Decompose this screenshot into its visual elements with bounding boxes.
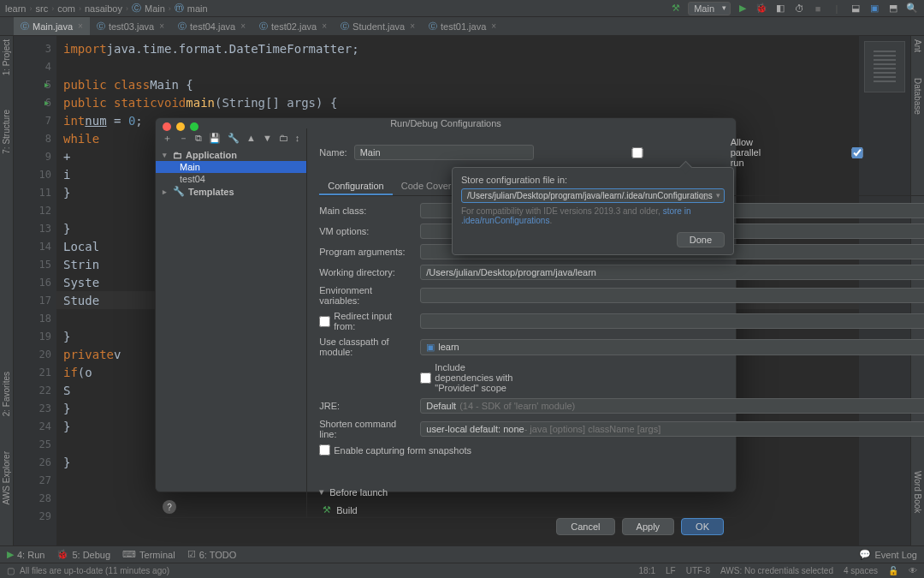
tool-todo[interactable]: ☑6: TODO: [187, 549, 237, 560]
tab-test04[interactable]: Ⓒtest04.java×: [171, 17, 252, 35]
tool-favorites[interactable]: 2: Favorites: [2, 372, 11, 416]
snapshots-checkbox[interactable]: Enable capturing form snapshots: [319, 444, 924, 456]
down-icon[interactable]: ▼: [263, 133, 272, 143]
redirect-input-field: [420, 313, 924, 329]
tree-templates[interactable]: ▸🔧Templates: [156, 185, 306, 198]
status-toggle-icon[interactable]: ▢: [7, 566, 15, 575]
apply-button[interactable]: Apply: [622, 518, 675, 535]
window-controls: [163, 122, 198, 131]
cancel-button[interactable]: Cancel: [556, 518, 614, 535]
vm-options-label: VM options:: [319, 226, 413, 236]
search-icon[interactable]: 🔍: [905, 2, 919, 15]
inspection-icon[interactable]: 👁: [909, 566, 917, 575]
run-config-selector[interactable]: Main: [688, 2, 731, 15]
tool-aws[interactable]: AWS Explorer: [2, 451, 11, 504]
folder-icon[interactable]: 🗀: [279, 133, 288, 143]
zoom-window-icon[interactable]: [190, 122, 198, 131]
breadcrumb[interactable]: learn› src› com› nasaiboy› ⒸMain› ⓜmain: [5, 2, 669, 15]
shorten-select[interactable]: user-local default: none - java [options…: [420, 421, 924, 437]
minimize-window-icon[interactable]: [176, 122, 185, 131]
debug-icon[interactable]: 🐞: [755, 2, 768, 15]
store-config-popover: Store configuration file in: /Users/juli…: [452, 167, 734, 255]
tab-test01[interactable]: Ⓒtest01.java×: [422, 17, 503, 35]
env-vars-input[interactable]: [420, 288, 924, 303]
crumb[interactable]: src: [35, 3, 48, 14]
close-icon[interactable]: ×: [78, 21, 83, 31]
tab-test03[interactable]: Ⓒtest03.java×: [90, 17, 171, 35]
coverage-icon[interactable]: ◧: [773, 2, 787, 15]
close-icon[interactable]: ×: [491, 21, 496, 31]
up-icon[interactable]: ▲: [246, 133, 256, 143]
tool-terminal[interactable]: ⌨Terminal: [122, 549, 175, 560]
tab-student[interactable]: ⒸStudent.java×: [334, 17, 422, 35]
before-launch-build[interactable]: ⚒Build: [319, 503, 924, 517]
run-icon[interactable]: ▶: [736, 2, 749, 15]
tab-main[interactable]: ⒸMain.java×: [14, 17, 90, 35]
crumb[interactable]: nasaiboy: [85, 3, 122, 14]
stop-icon[interactable]: ■: [811, 2, 825, 15]
crumb[interactable]: main: [187, 3, 208, 14]
git-commit-icon[interactable]: ▣: [868, 2, 881, 15]
crumb[interactable]: com: [57, 3, 75, 14]
tab-coverage[interactable]: Code Cover: [393, 178, 460, 195]
encoding[interactable]: UTF-8: [686, 566, 710, 575]
crumb[interactable]: Main: [145, 3, 165, 14]
crumb[interactable]: learn: [5, 3, 26, 14]
lock-icon[interactable]: 🔓: [888, 566, 898, 575]
git-update-icon[interactable]: ⬓: [849, 2, 862, 15]
collapse-icon[interactable]: ▾: [319, 486, 324, 498]
close-icon[interactable]: ×: [410, 21, 415, 31]
close-icon[interactable]: ×: [240, 21, 246, 31]
browse-icon[interactable]: 🗀: [700, 192, 708, 201]
tree-test04[interactable]: test04: [156, 173, 306, 185]
tool-project[interactable]: 1: Project: [2, 39, 11, 75]
ok-button[interactable]: OK: [681, 518, 724, 535]
save-config-icon[interactable]: 💾: [209, 133, 221, 144]
tree-main[interactable]: Main: [156, 161, 306, 173]
tree-application[interactable]: ▾🗀Application: [156, 149, 306, 161]
close-icon[interactable]: ×: [322, 21, 327, 31]
tool-eventlog[interactable]: 💬Event Log: [859, 549, 917, 560]
dialog-titlebar[interactable]: Run/Debug Configurations: [156, 118, 736, 128]
before-launch-section: ▾Before launch ⚒Build: [319, 486, 924, 517]
redirect-input-checkbox[interactable]: Redirect input from:: [319, 311, 413, 331]
name-input[interactable]: [354, 145, 534, 160]
allow-parallel-checkbox[interactable]: Allow parallel run: [548, 137, 761, 168]
expand-icon[interactable]: ↕: [295, 133, 300, 143]
tool-debug[interactable]: 🐞5: Debug: [56, 549, 110, 560]
store-project-checkbox[interactable]: Store as project file: [767, 132, 924, 173]
classpath-select[interactable]: ▣learn: [420, 339, 924, 355]
edit-config-icon[interactable]: 🔧: [228, 133, 240, 144]
copy-config-icon[interactable]: ⧉: [195, 133, 202, 144]
tool-run[interactable]: ▶4: Run: [7, 549, 44, 560]
aws-status[interactable]: AWS: No credentials selected: [720, 566, 833, 575]
line-ending[interactable]: LF: [666, 566, 676, 575]
working-dir-label: Working directory:: [319, 267, 413, 277]
jre-select[interactable]: Default(14 - SDK of 'learn' module): [420, 398, 924, 414]
tab-test02[interactable]: Ⓒtest02.java×: [252, 17, 334, 35]
indent[interactable]: 4 spaces: [844, 566, 878, 575]
working-dir-input[interactable]: /Users/julian/Desktop/program/java/learn: [420, 265, 924, 280]
close-icon[interactable]: ×: [159, 21, 164, 31]
add-config-icon[interactable]: ＋: [163, 132, 172, 145]
dialog-buttons: Cancel Apply OK: [156, 517, 736, 535]
done-button[interactable]: Done: [677, 232, 725, 247]
gutter[interactable]: 345▶6▶7891011121314151617181920212223242…: [14, 36, 56, 545]
tool-structure[interactable]: 7: Structure: [2, 110, 11, 154]
caret-position[interactable]: 18:1: [639, 566, 655, 575]
profile-icon[interactable]: ⏱: [792, 2, 806, 15]
config-tree[interactable]: ▾🗀Application Main test04 ▸🔧Templates: [156, 147, 306, 497]
tool-ant[interactable]: Ant: [913, 39, 922, 52]
popover-path-input[interactable]: /Users/julian/Desktop/program/java/learn…: [461, 188, 725, 203]
include-provided-checkbox[interactable]: Include dependencies with "Provided" sco…: [420, 362, 514, 393]
git-push-icon[interactable]: ⬒: [886, 2, 900, 15]
toolbar-right: ⚒ Main ▶ 🐞 ◧ ⏱ ■ | ⬓ ▣ ⬒ 🔍: [669, 2, 919, 15]
jre-label: JRE:: [319, 401, 413, 411]
build-icon[interactable]: ⚒: [669, 2, 683, 15]
tab-configuration[interactable]: Configuration: [319, 178, 392, 195]
help-icon[interactable]: ?: [163, 500, 176, 514]
popover-heading: Store configuration file in:: [461, 175, 725, 185]
remove-config-icon[interactable]: －: [179, 132, 188, 145]
close-window-icon[interactable]: [163, 122, 171, 131]
tool-database[interactable]: Database: [913, 78, 922, 115]
